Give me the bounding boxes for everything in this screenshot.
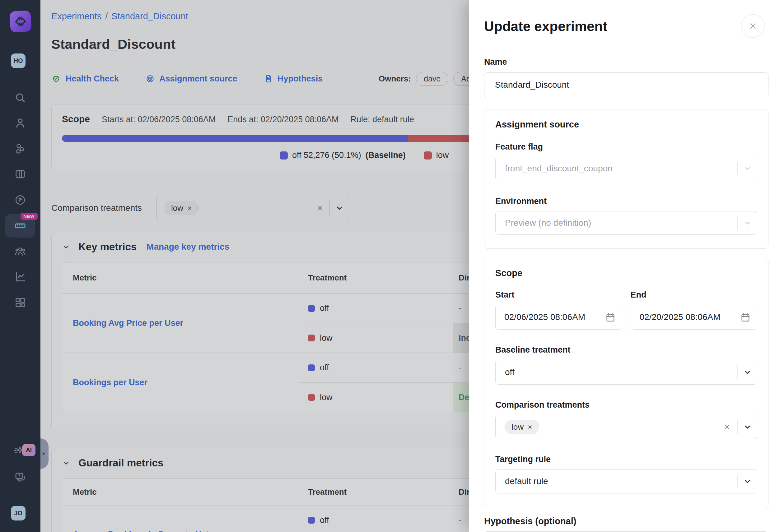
chevron-down-icon — [743, 423, 752, 431]
start-label: Start — [495, 290, 622, 300]
comparison-treatments-label: Comparison treatments — [495, 400, 757, 410]
scope-card: Scope Start 02/06/2025 08:06AM End 02/20… — [484, 258, 768, 508]
baseline-treatment-value: off — [505, 367, 515, 377]
treatment-tag-label: low — [512, 422, 524, 432]
treatment-tag-low[interactable]: low — [505, 420, 539, 434]
clear-selection-icon[interactable] — [723, 423, 731, 431]
close-icon — [748, 21, 758, 31]
feature-flag-select[interactable]: front_end_discount_coupon — [495, 157, 757, 180]
end-date-value: 02/20/2025 08:06AM — [640, 312, 740, 322]
name-input-value: Standard_Discount — [495, 80, 569, 90]
hypothesis-optional-label: Hypothesis (optional) — [484, 516, 768, 526]
start-date-value: 02/06/2025 08:06AM — [504, 312, 605, 322]
remove-tag-icon[interactable] — [527, 424, 533, 430]
baseline-treatment-select[interactable]: off — [495, 360, 757, 385]
calendar-icon[interactable] — [605, 312, 616, 322]
chevron-down-icon — [744, 165, 751, 173]
panel-title: Update experiment — [484, 19, 768, 34]
feature-flag-value: front_end_discount_coupon — [505, 164, 613, 173]
feature-flag-label: Feature flag — [495, 142, 757, 152]
baseline-treatment-label: Baseline treatment — [495, 345, 757, 355]
environment-select[interactable]: Preview (no definition) — [495, 211, 757, 235]
scope-heading: Scope — [495, 268, 757, 278]
name-input[interactable]: Standard_Discount — [484, 72, 768, 97]
name-label: Name — [484, 57, 768, 67]
assignment-source-card: Assignment source Feature flag front_end… — [484, 109, 768, 249]
comparison-treatments-select[interactable]: low — [495, 415, 757, 439]
end-label: End — [631, 290, 758, 300]
close-panel-button[interactable] — [741, 14, 765, 38]
calendar-icon[interactable] — [740, 312, 751, 322]
environment-label: Environment — [495, 197, 757, 206]
chevron-down-icon — [743, 368, 752, 377]
environment-value: Preview (no definition) — [505, 218, 591, 228]
targeting-rule-select[interactable]: default rule — [495, 469, 757, 493]
targeting-rule-label: Targeting rule — [495, 455, 757, 464]
targeting-rule-value: default rule — [505, 476, 548, 486]
end-date-input[interactable]: 02/20/2025 08:06AM — [631, 305, 758, 330]
assignment-source-heading: Assignment source — [495, 119, 757, 130]
update-experiment-panel: Update experiment Name Standard_Discount… — [469, 0, 775, 532]
start-date-input[interactable]: 02/06/2025 08:06AM — [495, 305, 622, 330]
chevron-down-icon — [744, 219, 751, 227]
chevron-down-icon — [743, 477, 752, 486]
app-root: HO NEW — [0, 0, 775, 532]
